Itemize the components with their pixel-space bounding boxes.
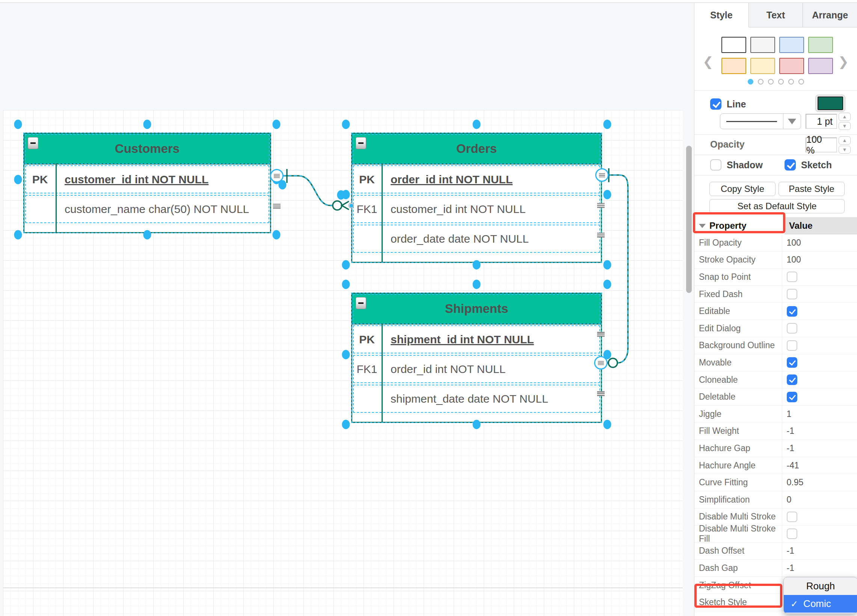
collapse-minus-icon[interactable]: [356, 297, 366, 309]
property-value[interactable]: [782, 269, 857, 285]
line-width-stepper[interactable]: ▲ ▼: [838, 113, 851, 130]
line-style-dropdown-button[interactable]: [783, 114, 801, 129]
property-value[interactable]: -41: [782, 457, 857, 474]
property-row[interactable]: Dash Offset-1: [695, 543, 857, 560]
tab-arrange[interactable]: Arrange: [803, 3, 857, 27]
selection-handle[interactable]: [342, 260, 350, 270]
property-checkbox[interactable]: [787, 289, 797, 299]
property-value[interactable]: 100: [782, 234, 857, 251]
opacity-stepper[interactable]: ▲ ▼: [838, 136, 851, 154]
style-preset-swatch-5[interactable]: [750, 58, 775, 74]
selection-handle[interactable]: [342, 280, 350, 289]
pager-dot-5[interactable]: [798, 79, 804, 85]
property-value[interactable]: [782, 388, 857, 405]
property-value[interactable]: -1: [782, 440, 857, 457]
selection-handle[interactable]: [14, 175, 22, 184]
selection-handle[interactable]: [342, 350, 350, 359]
pager-dot-4[interactable]: [788, 79, 794, 85]
property-value[interactable]: 100: [782, 252, 857, 269]
property-column-header[interactable]: Property: [695, 217, 784, 234]
selection-handle[interactable]: [603, 280, 611, 289]
er-table-orders[interactable]: OrdersPKorder_id int NOT NULLFK1customer…: [351, 133, 602, 263]
paste-style-button[interactable]: Paste Style: [778, 182, 845, 196]
collapse-minus-icon[interactable]: [356, 137, 366, 149]
style-preset-swatch-6[interactable]: [779, 58, 804, 74]
property-row[interactable]: Movable: [695, 354, 857, 371]
property-row[interactable]: Disable Multi Stroke: [695, 509, 857, 526]
diagram-canvas[interactable]: CustomersPKcustomer_id int NOT NULLcusto…: [0, 3, 694, 616]
property-value[interactable]: -1: [782, 423, 857, 440]
edge-endpoint-source[interactable]: [270, 169, 283, 183]
selection-handle[interactable]: [342, 420, 350, 429]
style-preset-swatch-4[interactable]: [721, 58, 746, 74]
table-header[interactable]: Customers: [25, 134, 270, 164]
table-row[interactable]: order_date date NOT NULL: [352, 224, 601, 254]
property-row[interactable]: Fixed Dash: [695, 286, 857, 303]
shadow-checkbox[interactable]: [710, 159, 721, 170]
table-row[interactable]: customer_name char(50) NOT NULL: [25, 194, 270, 224]
property-row[interactable]: Deletable: [695, 388, 857, 406]
property-row[interactable]: Fill Weight-1: [695, 423, 857, 440]
selection-handle[interactable]: [473, 420, 481, 429]
edge-endpoint-target[interactable]: [348, 203, 354, 209]
selection-handle[interactable]: [342, 120, 350, 129]
presets-next-icon[interactable]: ❯: [838, 54, 849, 69]
opacity-input[interactable]: 100 %: [806, 138, 837, 153]
property-row[interactable]: Fill Opacity100: [695, 234, 857, 252]
tab-text[interactable]: Text: [749, 3, 803, 27]
dropdown-item-comic[interactable]: ✓ Comic: [784, 595, 857, 613]
set-default-style-button[interactable]: Set as Default Style: [709, 199, 845, 214]
selection-handle[interactable]: [473, 260, 481, 270]
style-preset-swatch-3[interactable]: [808, 37, 833, 53]
table-row[interactable]: FK1order_id int NOT NULL: [352, 354, 601, 384]
property-row[interactable]: Curve Fitting0.95: [695, 474, 857, 491]
property-value[interactable]: 0: [782, 491, 857, 508]
table-header[interactable]: Orders: [352, 134, 601, 164]
presets-prev-icon[interactable]: ❮: [703, 54, 713, 69]
property-row[interactable]: Disable Multi Stroke Fill: [695, 525, 857, 543]
style-preset-swatch-0[interactable]: [721, 37, 746, 53]
selection-handle[interactable]: [14, 120, 22, 129]
property-checkbox[interactable]: [787, 512, 797, 522]
tab-style[interactable]: Style: [695, 3, 749, 28]
style-preset-swatch-2[interactable]: [779, 37, 804, 53]
property-value[interactable]: [782, 286, 857, 303]
property-value[interactable]: 1: [782, 406, 857, 423]
edge-endpoint-source[interactable]: [595, 168, 609, 182]
pager-dot-3[interactable]: [778, 79, 784, 85]
property-value[interactable]: [782, 371, 857, 388]
line-width-input[interactable]: 1 pt: [806, 114, 837, 129]
style-preset-swatch-7[interactable]: [808, 58, 833, 74]
stepper-up-icon[interactable]: ▲: [838, 113, 851, 121]
selection-handle[interactable]: [273, 230, 280, 240]
selection-handle[interactable]: [273, 120, 280, 129]
sketch-checkbox[interactable]: [784, 159, 796, 170]
property-checkbox[interactable]: [787, 357, 797, 368]
property-row[interactable]: Hachure Gap-1: [695, 440, 857, 457]
property-value[interactable]: [782, 509, 857, 525]
edge-waypoint-handle[interactable]: [337, 190, 345, 200]
property-row[interactable]: Simplification0: [695, 491, 857, 509]
property-checkbox[interactable]: [787, 375, 797, 385]
style-preset-swatch-1[interactable]: [750, 37, 775, 53]
property-row[interactable]: Edit Dialog: [695, 320, 857, 337]
property-row[interactable]: Hachure Angle-41: [695, 457, 857, 474]
canvas-vertical-scrollbar[interactable]: [686, 146, 692, 293]
edge-endpoint-target[interactable]: [594, 356, 608, 370]
selection-handle[interactable]: [144, 120, 152, 129]
property-row[interactable]: Stroke Opacity100: [695, 252, 857, 269]
property-checkbox[interactable]: [787, 323, 797, 334]
table-row[interactable]: FK1customer_id int NOT NULL: [352, 194, 601, 224]
property-row[interactable]: Jiggle1: [695, 406, 857, 423]
pager-dot-1[interactable]: [758, 79, 764, 85]
copy-style-button[interactable]: Copy Style: [709, 182, 775, 196]
pager-dot-0[interactable]: [748, 79, 753, 85]
property-value[interactable]: [782, 354, 857, 371]
property-row[interactable]: Snap to Point: [695, 269, 857, 286]
selection-handle[interactable]: [473, 120, 481, 129]
property-value[interactable]: [782, 525, 857, 542]
property-row[interactable]: Editable: [695, 303, 857, 320]
line-style-dropdown[interactable]: [720, 113, 801, 129]
property-value[interactable]: [782, 303, 857, 320]
selection-handle[interactable]: [14, 230, 22, 240]
